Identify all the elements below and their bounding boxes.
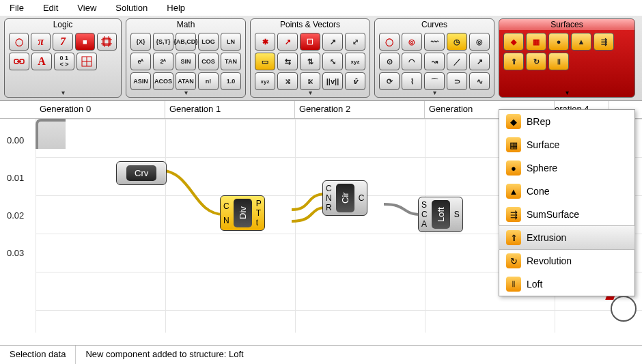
tool-crv-15[interactable]: ∿ — [469, 72, 490, 90]
menu-solution[interactable]: Solution — [115, 3, 148, 13]
port-cir-c-out[interactable]: C — [359, 193, 365, 203]
tool-math[interactable]: ACOS — [153, 72, 173, 90]
tool-math[interactable]: LN — [221, 33, 241, 51]
tool-logic-01[interactable]: 0 1< > — [54, 53, 74, 70]
port-cir-r[interactable]: R — [326, 203, 332, 212]
port-div-c[interactable]: C — [223, 201, 229, 211]
tool-logic-a[interactable]: A — [31, 53, 52, 70]
palette-logic-expand[interactable]: ▾ — [5, 89, 121, 96]
tool-pv-4[interactable]: ↗ — [322, 33, 343, 51]
node-crv[interactable]: Crv — [116, 161, 167, 185]
tool-math[interactable]: COS — [198, 53, 219, 70]
port-div-n[interactable]: N — [223, 216, 229, 225]
node-cir[interactable]: C N R Cir C — [322, 180, 367, 216]
tool-pv-9[interactable]: ⤡ — [322, 53, 343, 70]
tool-crv-4[interactable]: ◷ — [447, 33, 467, 51]
tool-pv-2[interactable]: ↗ — [277, 33, 298, 51]
port-loft-s-out[interactable]: S — [454, 210, 460, 219]
palette-pv-expand[interactable]: ▾ — [251, 89, 369, 96]
node-div[interactable]: C N Div P T t — [220, 195, 265, 231]
generation-col: Generation 1 — [165, 101, 295, 118]
tool-math[interactable]: {X} — [130, 33, 151, 51]
dropdown-item-sumsurface[interactable]: ⇶SumSurface — [499, 203, 634, 226]
node-loft[interactable]: S C A Loft S — [418, 197, 463, 232]
tool-math[interactable]: {S,T} — [153, 33, 173, 51]
dropdown-item-revolution[interactable]: ↻Revolution — [499, 249, 634, 272]
palette-math-expand[interactable]: ▾ — [126, 89, 245, 96]
tool-surf-brep[interactable]: ◆ — [503, 33, 524, 51]
port-div-t-up[interactable]: T — [256, 208, 262, 218]
dropdown-item-brep[interactable]: ◆BRep — [499, 110, 634, 133]
tool-pv-15[interactable]: v̂ — [345, 72, 365, 90]
port-loft-a[interactable]: A — [421, 219, 428, 229]
tool-pv-7[interactable]: ⇆ — [277, 53, 298, 70]
port-loft-c[interactable]: C — [421, 210, 428, 219]
menu-edit[interactable]: Edit — [43, 3, 58, 13]
dropdown-item-loft[interactable]: ⫴Loft — [499, 272, 634, 296]
tool-logic-link[interactable] — [9, 53, 29, 70]
tool-math[interactable]: {AB,CD} — [176, 33, 196, 51]
dropdown-item-surface[interactable]: ▦Surface — [499, 133, 634, 156]
tool-pv-13[interactable]: ⤪ — [300, 72, 320, 90]
tool-surf-surface[interactable]: ▦ — [526, 33, 546, 51]
port-cir-n[interactable]: N — [326, 193, 332, 203]
tool-logic-pi[interactable]: π — [31, 33, 51, 51]
tool-crv-11[interactable]: ⟳ — [379, 72, 400, 90]
port-div-p[interactable]: P — [256, 199, 262, 208]
tool-math[interactable]: n! — [198, 72, 219, 90]
menu-help[interactable]: Help — [167, 3, 185, 13]
tool-logic-circle[interactable]: ◯ — [9, 33, 29, 51]
tool-logic-square[interactable]: ■ — [75, 33, 95, 51]
tool-math[interactable]: ASIN — [130, 72, 151, 90]
tool-surf-revolution[interactable]: ↻ — [526, 53, 546, 70]
tool-surf-sphere[interactable]: ● — [548, 33, 569, 51]
tool-crv-14[interactable]: ⊃ — [447, 72, 467, 90]
tool-math[interactable]: TAN — [221, 53, 241, 70]
compass-widget[interactable] — [611, 296, 637, 322]
menu-file[interactable]: File — [10, 3, 24, 13]
tool-math[interactable]: 2ᴬ — [153, 53, 173, 70]
canvas-corner — [36, 119, 66, 149]
tool-logic-7[interactable]: 7 — [53, 33, 72, 51]
tool-crv-3[interactable]: 〰 — [424, 33, 445, 51]
palette-surfaces-expand[interactable]: ▾ — [499, 89, 634, 96]
tool-math[interactable]: SIN — [176, 53, 196, 70]
tool-crv-9[interactable]: ／ — [447, 53, 467, 70]
port-div-t[interactable]: t — [256, 218, 262, 227]
tool-pv-1[interactable]: ✱ — [255, 33, 275, 51]
tool-logic-grid[interactable] — [76, 53, 97, 70]
tool-surf-extrusion[interactable]: ⇑ — [503, 53, 524, 70]
dropdown-item-cone[interactable]: ▲Cone — [499, 180, 634, 203]
tool-math[interactable]: LOG — [198, 33, 219, 51]
tool-pv-5[interactable]: ⤢ — [345, 33, 365, 51]
tool-crv-1[interactable]: ◯ — [379, 33, 400, 51]
tool-pv-8[interactable]: ⇅ — [300, 53, 320, 70]
tool-math[interactable]: eᴬ — [130, 53, 151, 70]
dropdown-item-extrusion[interactable]: ⇑Extrusion — [499, 225, 635, 250]
tool-crv-8[interactable]: ↝ — [424, 53, 445, 70]
tool-logic-crop[interactable] — [97, 33, 117, 51]
tool-crv-2[interactable]: ◎ — [402, 33, 422, 51]
tool-crv-13[interactable]: ⌒ — [424, 72, 445, 90]
menu-view[interactable]: View — [77, 3, 96, 13]
tool-crv-5[interactable]: ◎ — [469, 33, 490, 51]
tool-math[interactable]: 1.0 — [221, 72, 241, 90]
port-cir-c-in[interactable]: C — [326, 184, 332, 193]
tool-crv-6[interactable]: ⊙ — [379, 53, 400, 70]
tool-pv-14[interactable]: ||v|| — [322, 72, 343, 90]
tool-crv-7[interactable]: ◠ — [402, 53, 422, 70]
tool-math[interactable]: ATAN — [176, 72, 196, 90]
port-loft-s-in[interactable]: S — [421, 200, 428, 210]
tool-surf-loft[interactable]: ⫴ — [548, 53, 569, 70]
tool-pv-11[interactable]: xyz — [255, 72, 275, 90]
tool-surf-sumsurface[interactable]: ⇶ — [594, 33, 614, 51]
tool-pv-12[interactable]: ⤨ — [277, 72, 298, 90]
tool-surf-cone[interactable]: ▲ — [571, 33, 591, 51]
tool-crv-10[interactable]: ↗ — [469, 53, 490, 70]
palette-curves-expand[interactable]: ▾ — [375, 89, 494, 96]
tool-pv-3[interactable]: ☐ — [300, 33, 320, 51]
tool-crv-12[interactable]: ⌇ — [402, 72, 422, 90]
tool-pv-10[interactable]: xyz — [345, 53, 365, 70]
tool-pv-6[interactable]: ▭ — [255, 53, 275, 70]
dropdown-item-sphere[interactable]: ●Sphere — [499, 156, 634, 180]
